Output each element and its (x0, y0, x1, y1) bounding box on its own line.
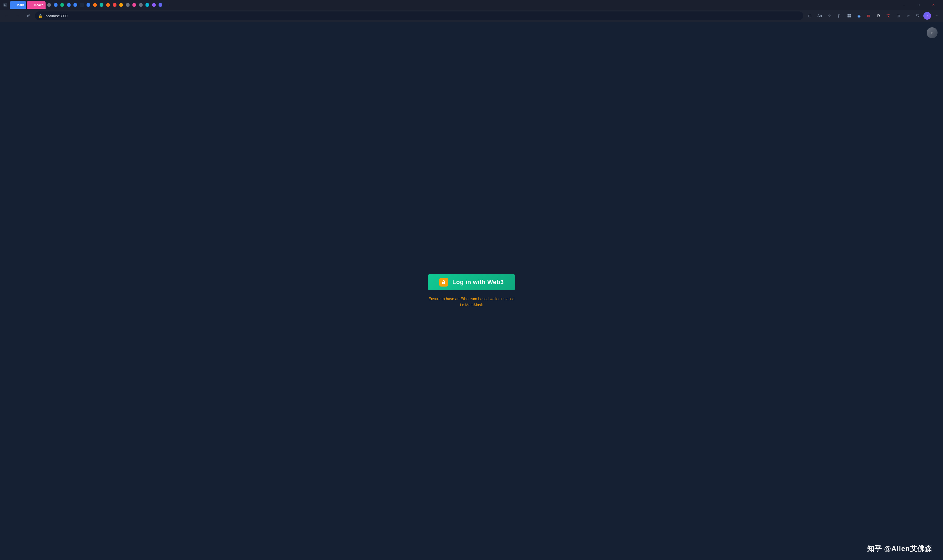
tab-3[interactable] (46, 1, 52, 9)
address-bar: ← → ↺ 🔒 localhost:3000 ⊡ Aa ☆ {} ◉ ⊠ R (0, 10, 943, 22)
new-tab-page-icon[interactable]: ⊞ (1, 1, 9, 9)
tab-8-favicon (80, 3, 84, 7)
add-tab-button[interactable]: + (165, 1, 173, 9)
tab-13[interactable] (112, 1, 117, 9)
login-with-web3-button[interactable]: Log in with Web3 (428, 274, 515, 290)
svg-rect-1 (849, 14, 851, 15)
hint-text: Ensure to have an Ethereum based wallet … (428, 296, 514, 308)
tab-6[interactable] (66, 1, 72, 9)
tab-3-favicon (47, 3, 51, 7)
mcake-tab-favicon (29, 3, 33, 7)
reader-button[interactable]: R (874, 11, 883, 20)
watermark: 知乎 @Allen艾佛森 (867, 544, 932, 554)
sidebar-button[interactable]: ⊞ (894, 11, 903, 20)
svg-rect-3 (849, 16, 851, 17)
tab-4-favicon (54, 3, 57, 7)
security-icon: 🔒 (38, 14, 43, 18)
star-button[interactable]: ☆ (825, 11, 834, 20)
lock-icon (441, 280, 446, 285)
tab-5[interactable] (59, 1, 65, 9)
tab-12[interactable] (105, 1, 111, 9)
tab-18-favicon (145, 3, 149, 7)
devtools-button[interactable]: {} (835, 11, 844, 20)
lock-icon-wrap (439, 278, 448, 286)
address-input-wrap[interactable]: 🔒 localhost:3000 (35, 11, 803, 20)
tab-9-favicon (86, 3, 90, 7)
more-button[interactable]: ⋯ (932, 11, 941, 20)
reload-button[interactable]: ↺ (24, 11, 33, 20)
tab-14[interactable] (118, 1, 124, 9)
toolbar-right: ⊡ Aa ☆ {} ◉ ⊠ R 文 ⊞ ☆ 🛡 r ⋯ (806, 11, 941, 20)
mcake-tab-label: mcake (34, 3, 43, 6)
wallet-button[interactable]: ◉ (855, 11, 863, 20)
learn-tab-favicon (12, 3, 16, 7)
history-button[interactable]: ⊠ (864, 11, 873, 20)
maximize-button[interactable]: □ (912, 0, 925, 10)
minimize-button[interactable]: ─ (898, 0, 910, 10)
tab-19-favicon (152, 3, 156, 7)
tab-active[interactable] (157, 1, 164, 9)
svg-rect-0 (847, 14, 849, 15)
floating-extension-avatar[interactable]: r (927, 27, 938, 38)
tab-6-favicon (67, 3, 71, 7)
learn-tab-label: learn (17, 3, 24, 6)
tab-14-favicon (119, 3, 123, 7)
svg-rect-2 (847, 16, 849, 17)
tab-mcake[interactable]: mcake (27, 1, 45, 9)
profile-avatar[interactable]: r (923, 12, 931, 20)
svg-point-5 (443, 283, 444, 283)
shield-button[interactable]: 🛡 (914, 11, 922, 20)
back-button[interactable]: ← (2, 11, 11, 20)
tab-8[interactable] (79, 1, 85, 9)
tab-11[interactable] (99, 1, 105, 9)
tab-17-favicon (139, 3, 143, 7)
tab-19[interactable] (151, 1, 157, 9)
hint-line1: Ensure to have an Ethereum based wallet … (428, 296, 514, 302)
tab-7-favicon (73, 3, 77, 7)
forward-button[interactable]: → (13, 11, 22, 20)
tab-learn[interactable]: learn (10, 1, 26, 9)
tab-15-favicon (126, 3, 130, 7)
close-button[interactable]: ✕ (927, 0, 940, 10)
tab-bar: ⊞ learn mcake (0, 0, 943, 10)
extensions-button[interactable] (845, 11, 853, 20)
tab-10-favicon (93, 3, 97, 7)
window-controls: ─ □ ✕ (898, 0, 942, 10)
tab-5-favicon (60, 3, 64, 7)
tab-4[interactable] (52, 1, 59, 9)
tab-10[interactable] (92, 1, 98, 9)
tab-active-favicon (159, 3, 162, 7)
tab-16[interactable] (131, 1, 137, 9)
bookmark-button[interactable]: ☆ (904, 11, 912, 20)
browser-chrome: ⊞ learn mcake (0, 0, 943, 22)
tab-18[interactable] (144, 1, 150, 9)
tab-9[interactable] (85, 1, 91, 9)
read-mode-button[interactable]: Aa (815, 11, 824, 20)
tab-7[interactable] (72, 1, 78, 9)
tab-17[interactable] (138, 1, 144, 9)
tab-11-favicon (100, 3, 103, 7)
tab-12-favicon (106, 3, 110, 7)
split-tab-button[interactable]: ⊡ (806, 11, 814, 20)
tab-16-favicon (132, 3, 136, 7)
translate-button[interactable]: 文 (884, 11, 893, 20)
tab-13-favicon (113, 3, 117, 7)
address-url: localhost:3000 (45, 14, 800, 18)
webpage-content: r Log in with Web3 Ensure to have an Eth… (0, 22, 943, 560)
center-content: Log in with Web3 Ensure to have an Ether… (428, 274, 515, 308)
login-button-label: Log in with Web3 (452, 278, 504, 286)
tab-15[interactable] (125, 1, 131, 9)
hint-line2: i.e MetaMask (428, 302, 514, 308)
